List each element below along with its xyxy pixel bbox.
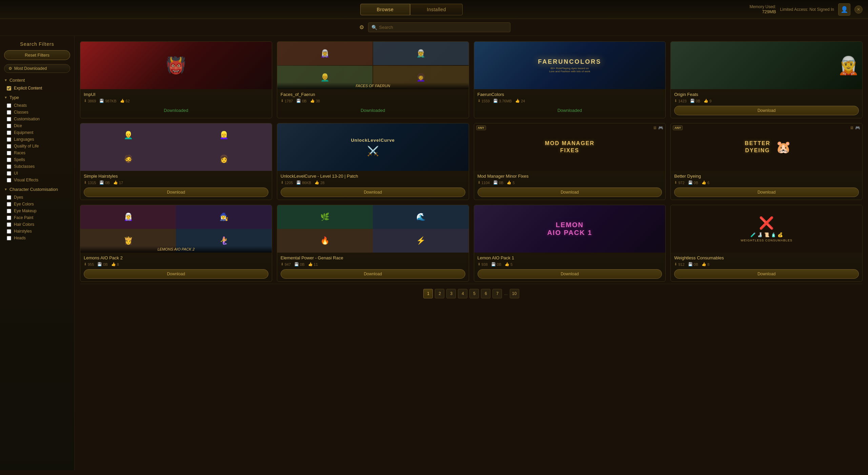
filter-classes[interactable]: Classes xyxy=(4,109,70,116)
mod-card-modmanager[interactable]: ANY 🖥 🎮 MOD MANAGERFIXES Mod Manager Min… xyxy=(474,123,666,200)
filter-haircolors[interactable]: Hair Colors xyxy=(4,221,70,228)
haircolors-checkbox[interactable] xyxy=(7,222,11,227)
filter-eyemakeup[interactable]: Eye Makeup xyxy=(4,207,70,214)
download-button-dyeing[interactable]: Download xyxy=(674,187,859,197)
tab-browse[interactable]: Browse xyxy=(360,4,410,15)
mod-card-unlock[interactable]: UnlockLevelCurve ⚔️ UnlockLevelCurve - L… xyxy=(277,123,469,200)
sort-button[interactable]: ⚙ Most Downloaded xyxy=(4,64,70,73)
size-elemental: 💾 0B xyxy=(294,262,304,266)
eyecolors-checkbox[interactable] xyxy=(7,202,11,206)
page-button-2[interactable]: 2 xyxy=(435,289,444,298)
download-icon-h: ⬇ xyxy=(84,180,87,185)
faerun-logo-text: FAERUNCOLORS xyxy=(538,58,601,65)
downloaded-button-faces[interactable]: Downloaded xyxy=(281,106,465,115)
download-button-modmanager[interactable]: Download xyxy=(478,187,662,197)
page-button-5[interactable]: 5 xyxy=(469,289,479,298)
filter-subclasses[interactable]: Subclasses xyxy=(4,163,70,170)
dyeing-platform-2: 🎮 xyxy=(855,125,860,130)
hairstyles-checkbox[interactable] xyxy=(7,229,11,234)
subclasses-checkbox[interactable] xyxy=(7,164,11,169)
filter-dyes[interactable]: Dyes xyxy=(4,194,70,201)
elemental-cell-4: ⚡ xyxy=(373,229,468,253)
filter-spells[interactable]: Spells xyxy=(4,156,70,163)
filter-races[interactable]: Races xyxy=(4,150,70,156)
like-icon-la: 👍 xyxy=(505,262,509,266)
mod-card-weightless[interactable]: ❌ 🧪 🍶 📜 🧴 💰 WEIGHTLESS CONSUMABLES Weigh… xyxy=(670,205,863,282)
type-section-header[interactable]: ▼ Type xyxy=(4,95,70,100)
filter-hairstyles[interactable]: Hairstyles xyxy=(4,228,70,235)
equipment-checkbox[interactable] xyxy=(7,131,11,135)
avatar-button[interactable]: 👤 xyxy=(838,3,850,16)
filter-visualeffects[interactable]: Visual Effects xyxy=(4,177,70,183)
heads-checkbox[interactable] xyxy=(7,236,11,240)
mod-stats-origin: ⬇ 1423 💾 0B 👍 9 xyxy=(674,99,859,103)
customisation-checkbox[interactable] xyxy=(7,117,11,121)
filter-explicit-content[interactable]: Explicit Content xyxy=(4,85,70,92)
page-button-7[interactable]: 7 xyxy=(492,289,502,298)
mod-card-dyeing[interactable]: ANY 🖥 🎮 BETTERDYEING 🐹 Better Dyeing xyxy=(670,123,863,200)
download-button-weightless[interactable]: Download xyxy=(674,269,859,279)
languages-checkbox[interactable] xyxy=(7,137,11,142)
mod-stats-lemon-aio: ⬇ 938 💾 0B 👍 5 xyxy=(478,262,662,266)
size-weightless: 💾 0B xyxy=(688,262,698,266)
explicit-checkbox[interactable] xyxy=(7,86,11,91)
tab-installed[interactable]: Installed xyxy=(410,4,463,15)
filter-toggle-button[interactable]: ⚙ xyxy=(358,23,365,32)
filter-languages[interactable]: Languages xyxy=(4,136,70,143)
visualeffects-checkbox[interactable] xyxy=(7,178,11,182)
mod-card-faerun[interactable]: FAERUNCOLORS 60+ RolePlaying dyes based … xyxy=(474,41,666,118)
cheats-checkbox[interactable] xyxy=(7,103,11,108)
page-button-10[interactable]: 10 xyxy=(510,289,519,298)
mod-card-lemons[interactable]: 🧝‍♀️ 🧙‍♀️ 👸 🧜‍♀️ LEMONS AIO PACK 2 Lemon… xyxy=(80,205,272,282)
page-button-6[interactable]: 6 xyxy=(481,289,490,298)
explicit-label: Explicit Content xyxy=(14,86,42,91)
facepaint-checkbox[interactable] xyxy=(7,216,11,220)
mod-card-faces[interactable]: 🧝‍♀️ 🧝‍♂️ 👱‍♂️ 👩‍🦱 FACES OF FAERUN Faces… xyxy=(277,41,469,118)
download-button-lemon-aio[interactable]: Download xyxy=(478,269,662,279)
filter-customisation[interactable]: Customisation xyxy=(4,116,70,122)
charcust-section-header[interactable]: ▼ Character Customisation xyxy=(4,187,70,192)
filter-ui[interactable]: UI xyxy=(4,170,70,177)
eyemakeup-checkbox[interactable] xyxy=(7,209,11,213)
content-section-header[interactable]: ▼ Content xyxy=(4,78,70,83)
filter-cheats[interactable]: Cheats xyxy=(4,102,70,109)
page-button-3[interactable]: 3 xyxy=(446,289,456,298)
dice-checkbox[interactable] xyxy=(7,124,11,128)
ui-checkbox[interactable] xyxy=(7,171,11,176)
mod-thumbnail-hairstyles: 👱‍♂️ 👱‍♀️ 🧔 👩 xyxy=(80,123,272,171)
mod-card-elemental[interactable]: 🌿 🌊 🔥 ⚡ Elemental Power - Genasi Race ⬇ … xyxy=(277,205,469,282)
classes-checkbox[interactable] xyxy=(7,110,11,115)
mod-info-lemon-aio: Lemon AIO Pack 1 ⬇ 938 💾 0B 👍 5 xyxy=(474,253,666,281)
filter-dice[interactable]: Dice xyxy=(4,122,70,129)
download-button-lemons[interactable]: Download xyxy=(84,269,268,279)
downloaded-button-impui[interactable]: Downloaded xyxy=(84,106,268,115)
spells-checkbox[interactable] xyxy=(7,158,11,162)
page-button-1[interactable]: 1 xyxy=(423,289,433,298)
platform-icon-1: 🖥 xyxy=(653,125,657,130)
downloaded-button-faerun[interactable]: Downloaded xyxy=(478,106,662,115)
download-count-impui: ⬇ 3869 xyxy=(84,99,96,103)
close-button[interactable]: ✕ xyxy=(854,5,863,14)
filter-heads[interactable]: Heads xyxy=(4,235,70,241)
download-button-elemental[interactable]: Download xyxy=(281,269,465,279)
mod-card-origin[interactable]: 🧝 Origin Feats ⬇ 1423 💾 0B xyxy=(670,41,863,118)
filter-equipment[interactable]: Equipment xyxy=(4,129,70,136)
download-button-origin[interactable]: Download xyxy=(674,106,859,115)
reset-filters-button[interactable]: Reset Filters xyxy=(4,50,70,60)
races-checkbox[interactable] xyxy=(7,151,11,155)
filter-qualityoflife[interactable]: Quality of Life xyxy=(4,143,70,150)
mod-card-hairstyles[interactable]: 👱‍♂️ 👱‍♀️ 🧔 👩 Simple Hairstyles ⬇ 1315 xyxy=(80,123,272,200)
filter-eyecolors[interactable]: Eye Colors xyxy=(4,201,70,207)
mod-card-impui[interactable]: 👹 ImpUI ⬇ 3869 💾 987KB � xyxy=(80,41,272,118)
qualityoflife-checkbox[interactable] xyxy=(7,144,11,149)
likes-hairstyles: 👍 17 xyxy=(113,180,123,185)
dyes-checkbox[interactable] xyxy=(7,195,11,200)
hair-cell-1: 👱‍♂️ xyxy=(80,123,176,147)
filter-section-charcust: ▼ Character Customisation Dyes Eye Color… xyxy=(4,187,70,241)
search-input[interactable] xyxy=(368,22,510,32)
filter-facepaint[interactable]: Face Paint xyxy=(4,214,70,221)
download-button-hairstyles[interactable]: Download xyxy=(84,187,268,197)
mod-card-lemon-aio[interactable]: LEMONAIO PACK 1 Lemon AIO Pack 1 ⬇ 938 💾… xyxy=(474,205,666,282)
download-button-unlock[interactable]: Download xyxy=(281,187,465,197)
page-button-4[interactable]: 4 xyxy=(458,289,467,298)
